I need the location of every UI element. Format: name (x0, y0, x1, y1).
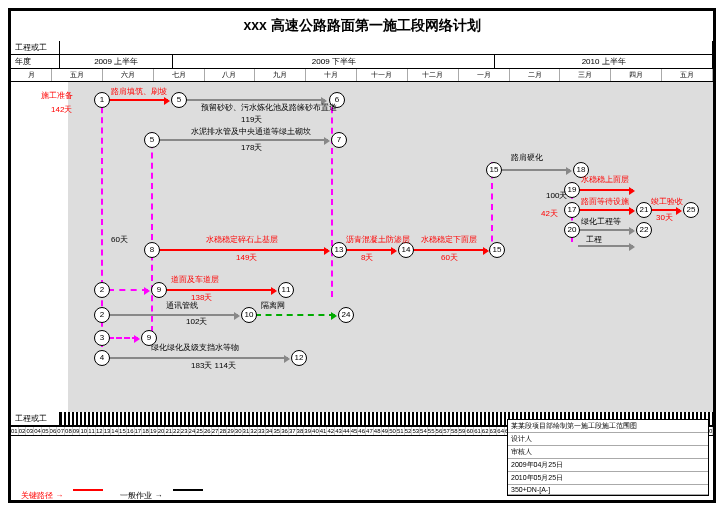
node: 22 (636, 222, 652, 238)
arrow (158, 139, 328, 141)
arrow (578, 229, 633, 231)
node: 1 (94, 92, 110, 108)
activity-label: 水稳稳定下面层 (421, 234, 477, 245)
activity-label: 隔离网 (261, 300, 285, 311)
header-label-month: 月 (11, 69, 52, 81)
activity-dur: 178天 (241, 142, 262, 153)
scale-tick: 03 (26, 427, 34, 435)
scale-tick: 59 (459, 427, 467, 435)
tb-line: 审核人 (508, 446, 708, 459)
scale-tick: 49 (382, 427, 390, 435)
month-cell: 五月 (662, 69, 713, 81)
scale-tick: 06 (50, 427, 58, 435)
month-cell: 七月 (154, 69, 205, 81)
scale-tick: 62 (482, 427, 490, 435)
activity-dur: 100天 (546, 190, 567, 201)
activity-label: 预留砂砂、污水炼化池及路缘砂布置道 (201, 102, 337, 113)
node: 15 (486, 162, 502, 178)
scale-tick: 34 (266, 427, 274, 435)
scale-tick: 53 (412, 427, 420, 435)
scale-tick: 11 (88, 427, 96, 435)
month-cell: 十一月 (357, 69, 408, 81)
legend-norm-line (173, 489, 203, 491)
scale-tick: 27 (212, 427, 220, 435)
critical-arrow (412, 249, 487, 251)
scale-tick: 44 (343, 427, 351, 435)
dummy-link (151, 132, 153, 332)
month-cell: 十月 (306, 69, 357, 81)
header-row-months: 月 五月 六月 七月 八月 九月 十月 十一月 十二月 一月 二月 三月 四月 … (11, 69, 713, 82)
scale-tick: 41 (320, 427, 328, 435)
node: 17 (564, 202, 580, 218)
scale-tick: 12 (96, 427, 104, 435)
tb-line: 2009年04月25日 (508, 459, 708, 472)
activity-label: 道面及车道层 (171, 274, 219, 285)
scale-tick: 45 (351, 427, 359, 435)
scale-tick: 57 (443, 427, 451, 435)
scale-tick: 29 (227, 427, 235, 435)
scale-tick: 09 (73, 427, 81, 435)
scale-tick: 58 (451, 427, 459, 435)
dummy-arrow (108, 289, 148, 291)
drawing-frame: xxx 高速公路路面第一施工段网络计划 工程或工 年度 2009 上半年 200… (8, 8, 716, 503)
activity-label: 水泥排水管及中央通道等绿土砌坎 (191, 126, 311, 137)
scale-tick: 08 (65, 427, 73, 435)
node: 11 (278, 282, 294, 298)
tb-line: 2010年05月25日 (508, 472, 708, 485)
activity-label: 通讯管线 (166, 300, 198, 311)
critical-arrow (578, 189, 633, 191)
title-block: 某某段项目部绘制第一施工段施工范围图 设计人 审核人 2009年04月25日 2… (507, 419, 709, 496)
scale-tick: 31 (243, 427, 251, 435)
scale-tick: 28 (219, 427, 227, 435)
activity-label: 绿化绿化及级支挡水等物 (151, 342, 239, 353)
month-cell: 六月 (103, 69, 154, 81)
node: 13 (331, 242, 347, 258)
scale-tick: 14 (111, 427, 119, 435)
month-cell: 十二月 (408, 69, 459, 81)
scale-tick: 36 (281, 427, 289, 435)
node: 2 (94, 282, 110, 298)
activity-dur: 30天 (656, 212, 673, 223)
scale-tick: 13 (104, 427, 112, 435)
month-cell: 四月 (611, 69, 662, 81)
month-cell: 三月 (560, 69, 611, 81)
legend: 关键路径 → 一般作业 → (17, 485, 207, 494)
arrow (500, 169, 570, 171)
dummy-arrow (255, 314, 335, 316)
scale-tick: 56 (436, 427, 444, 435)
node: 7 (331, 132, 347, 148)
node: 21 (636, 202, 652, 218)
critical-arrow (578, 209, 633, 211)
activity-dur: 142天 (51, 104, 72, 115)
month-cell: 一月 (459, 69, 510, 81)
scale-tick: 42 (327, 427, 335, 435)
activity-label: 工程 (586, 234, 602, 245)
scale-tick: 47 (366, 427, 374, 435)
year-cell: 2009 下半年 (173, 55, 495, 68)
activity-label: 路肩硬化 (511, 152, 543, 163)
arrow (578, 245, 633, 247)
activity-dur: 149天 (236, 252, 257, 263)
month-cell: 五月 (52, 69, 103, 81)
node: 9 (151, 282, 167, 298)
scale-tick: 46 (358, 427, 366, 435)
node: 24 (338, 307, 354, 323)
dummy-link (331, 97, 333, 297)
activity-label: 沥青混凝土防渗层 (346, 234, 410, 245)
year-cell: 2009 上半年 (60, 55, 173, 68)
node: 10 (241, 307, 257, 323)
year-cell: 2010 上半年 (495, 55, 713, 68)
activity-dur: 183天 114天 (191, 360, 236, 371)
scale-tick: 61 (474, 427, 482, 435)
header-row-1: 工程或工 (11, 41, 713, 55)
scale-tick: 02 (19, 427, 27, 435)
activity-label: 水稳稳定碎石上基层 (206, 234, 278, 245)
drawing-title: xxx 高速公路路面第一施工段网络计划 (11, 11, 713, 41)
scale-tick: 50 (389, 427, 397, 435)
scale-tick: 16 (127, 427, 135, 435)
header-row-years: 年度 2009 上半年 2009 下半年 2010 上半年 (11, 55, 713, 69)
header-label-year: 年度 (11, 55, 60, 68)
scale-tick: 26 (204, 427, 212, 435)
activity-dur: 42天 (541, 208, 558, 219)
scale-tick: 48 (374, 427, 382, 435)
